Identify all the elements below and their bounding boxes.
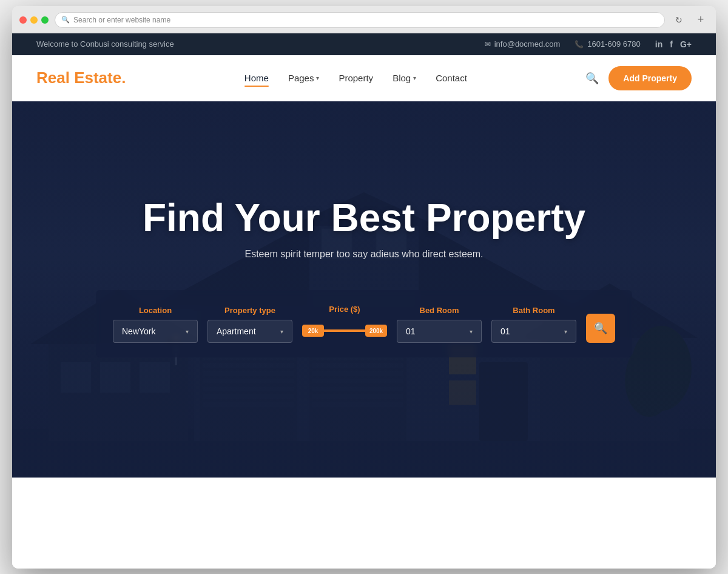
bedroom-field: Bed Room 01 ▾ bbox=[397, 306, 482, 343]
price-field: Price ($) 20k 200k bbox=[302, 305, 387, 343]
welcome-text: Welcome to Conbusi consulting service bbox=[36, 39, 174, 49]
price-max-thumb[interactable]: 200k bbox=[365, 325, 387, 337]
bedroom-select[interactable]: 01 ▾ bbox=[397, 320, 482, 343]
email-text: info@docmed.com bbox=[494, 39, 561, 49]
add-property-button[interactable]: Add Property bbox=[608, 66, 692, 90]
price-slider[interactable]: 20k 200k bbox=[302, 319, 387, 343]
nav-link-home[interactable]: Home bbox=[244, 73, 269, 83]
location-field: Location NewYork ▾ bbox=[113, 306, 198, 343]
bedroom-label: Bed Room bbox=[397, 306, 482, 315]
top-bar: Welcome to Conbusi consulting service ✉ … bbox=[12, 33, 716, 55]
property-type-select[interactable]: Apartment ▾ bbox=[207, 320, 292, 343]
hero-content: Find Your Best Property Esteem spirit te… bbox=[96, 197, 632, 382]
bathroom-field: Bath Room 01 ▾ bbox=[491, 306, 576, 343]
price-min-thumb[interactable]: 20k bbox=[302, 325, 324, 337]
hero-title: Find Your Best Property bbox=[96, 197, 632, 239]
location-select[interactable]: NewYork ▾ bbox=[113, 320, 198, 343]
browser-window: 🔍 Search or enter website name ↻ + Welco… bbox=[12, 6, 716, 569]
new-tab-button[interactable]: + bbox=[693, 12, 709, 28]
property-type-field: Property type Apartment ▾ bbox=[207, 306, 292, 343]
social-icons: in f G+ bbox=[655, 39, 692, 49]
chevron-down-icon: ▾ bbox=[186, 328, 189, 335]
address-bar[interactable]: 🔍 Search or enter website name bbox=[55, 12, 665, 28]
property-type-value: Apartment bbox=[217, 326, 256, 336]
hero-subtitle: Esteem spirit temper too say adieus who … bbox=[96, 249, 632, 260]
search-bar: Location NewYork ▾ Property type Apartme… bbox=[96, 290, 632, 357]
bathroom-label: Bath Room bbox=[491, 306, 576, 315]
below-hero-section bbox=[12, 478, 716, 569]
browser-chrome: 🔍 Search or enter website name ↻ + bbox=[12, 6, 716, 33]
linkedin-icon[interactable]: in bbox=[655, 39, 662, 49]
phone-icon: 📞 bbox=[575, 40, 584, 49]
search-button[interactable]: 🔍 bbox=[585, 72, 599, 85]
chevron-down-icon-bathroom: ▾ bbox=[564, 328, 567, 335]
search-submit-icon: 🔍 bbox=[594, 322, 607, 335]
bathroom-select[interactable]: 01 ▾ bbox=[491, 320, 576, 343]
hero-section: Find Your Best Property Esteem spirit te… bbox=[12, 101, 716, 478]
brand-text: Real Estate bbox=[36, 69, 121, 87]
phone-text: 1601-609 6780 bbox=[587, 39, 640, 49]
facebook-icon[interactable]: f bbox=[670, 39, 673, 49]
brand-logo[interactable]: Real Estate. bbox=[36, 69, 126, 87]
property-type-label: Property type bbox=[207, 306, 292, 315]
navbar: Real Estate. Home Pages ▾ Property bbox=[12, 55, 716, 101]
location-value: NewYork bbox=[122, 326, 156, 336]
search-submit-button[interactable]: 🔍 bbox=[586, 314, 615, 343]
chevron-down-icon-bedroom: ▾ bbox=[470, 328, 473, 335]
nav-actions: 🔍 Add Property bbox=[585, 66, 692, 90]
search-icon: 🔍 bbox=[585, 72, 599, 84]
googleplus-icon[interactable]: G+ bbox=[680, 39, 692, 49]
top-bar-right: ✉ info@docmed.com 📞 1601-609 6780 in f G… bbox=[485, 39, 692, 49]
location-label: Location bbox=[113, 306, 198, 315]
email-icon: ✉ bbox=[485, 40, 491, 49]
address-text: Search or enter website name bbox=[73, 16, 170, 24]
phone-contact: 📞 1601-609 6780 bbox=[575, 39, 640, 49]
chevron-down-icon-blog: ▾ bbox=[413, 75, 416, 81]
minimize-button[interactable] bbox=[30, 16, 38, 24]
traffic-lights bbox=[19, 16, 49, 24]
website-content: Welcome to Conbusi consulting service ✉ … bbox=[12, 33, 716, 569]
nav-links: Home Pages ▾ Property Blog bbox=[244, 73, 467, 83]
price-label: Price ($) bbox=[302, 305, 387, 314]
nav-link-pages[interactable]: Pages ▾ bbox=[288, 73, 320, 83]
bedroom-value: 01 bbox=[406, 326, 416, 336]
nav-link-blog[interactable]: Blog ▾ bbox=[393, 73, 416, 83]
bathroom-value: 01 bbox=[500, 326, 510, 336]
chevron-down-icon-property: ▾ bbox=[280, 328, 283, 335]
chevron-down-icon: ▾ bbox=[316, 75, 319, 81]
address-search-icon: 🔍 bbox=[61, 16, 70, 24]
brand-dot: . bbox=[121, 69, 126, 87]
nav-link-property[interactable]: Property bbox=[339, 73, 373, 83]
refresh-button[interactable]: ↻ bbox=[671, 12, 687, 28]
email-contact: ✉ info@docmed.com bbox=[485, 39, 561, 49]
nav-link-contact[interactable]: Contact bbox=[436, 73, 467, 83]
close-button[interactable] bbox=[19, 16, 27, 24]
maximize-button[interactable] bbox=[41, 16, 49, 24]
